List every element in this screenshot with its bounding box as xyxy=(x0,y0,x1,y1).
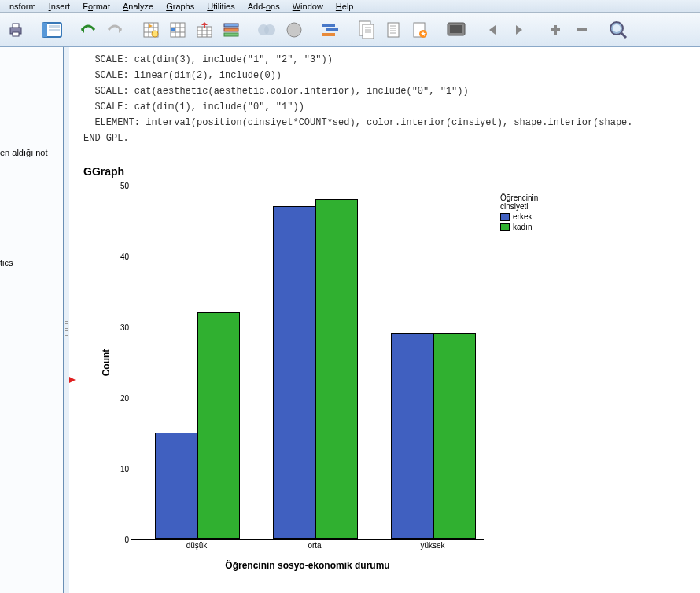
legend-item-kadin: kadın xyxy=(500,223,538,231)
svg-rect-18 xyxy=(322,24,335,27)
legend-item-erkek: erkek xyxy=(500,212,538,221)
bar-yuksek-kadin xyxy=(433,333,476,539)
menu-window[interactable]: Window xyxy=(286,2,330,11)
menu-insert[interactable]: Insert xyxy=(42,2,77,11)
menu-help[interactable]: Help xyxy=(330,2,360,11)
forward-button[interactable] xyxy=(507,17,532,42)
redo-button[interactable] xyxy=(102,17,127,42)
menubar: nsform Insert Format Analyze Graphs Util… xyxy=(0,0,700,13)
menu-insert-rest: nsert xyxy=(51,2,70,11)
splitter[interactable] xyxy=(64,47,69,593)
legend-label-kadin: kadın xyxy=(513,223,532,231)
y-tick-0: 0 xyxy=(110,536,129,544)
svg-rect-10 xyxy=(171,28,175,31)
svg-point-17 xyxy=(287,23,301,37)
legend-label-erkek: erkek xyxy=(513,212,532,221)
menu-analyze[interactable]: Analyze xyxy=(116,2,160,11)
y-axis-ticks: 0 10 20 30 40 50 xyxy=(110,186,129,540)
bar-dusuk-erkek xyxy=(155,433,197,539)
graph-heading: GGraph xyxy=(83,165,700,178)
zoom-in-button[interactable] xyxy=(543,17,568,42)
svg-rect-6 xyxy=(49,29,60,31)
y-tick-2: 20 xyxy=(110,394,129,403)
back-button[interactable] xyxy=(480,17,505,42)
gpl-syntax-block: SCALE: cat(dim(3), include("1", "2", "3"… xyxy=(83,52,700,146)
legend-swatch-blue xyxy=(500,213,510,221)
preview-button[interactable] xyxy=(39,17,64,42)
outline-item-2[interactable]: tics xyxy=(0,258,13,267)
code-line-3: SCALE: cat(aesthetic(aesthetic.color.int… xyxy=(83,86,469,97)
svg-rect-4 xyxy=(42,23,47,37)
plot-area xyxy=(131,186,484,540)
menu-transform[interactable]: nsform xyxy=(3,2,42,11)
svg-point-29 xyxy=(613,24,621,32)
svg-point-8 xyxy=(152,31,158,37)
doc1-button[interactable] xyxy=(354,17,379,42)
doc-star-button[interactable] xyxy=(407,17,433,42)
variables-button[interactable] xyxy=(219,17,244,42)
svg-rect-22 xyxy=(363,24,374,39)
svg-rect-13 xyxy=(224,28,238,31)
screen-button[interactable] xyxy=(444,17,469,42)
code-line-4: SCALE: cat(dim(1), include("0", "1")) xyxy=(83,101,304,112)
svg-rect-2 xyxy=(13,32,19,36)
svg-point-16 xyxy=(264,24,275,35)
menu-format[interactable]: Format xyxy=(76,2,116,11)
svg-rect-20 xyxy=(322,33,335,36)
y-tick-3: 30 xyxy=(110,323,129,332)
code-line-5: ELEMENT: interval(position(cinsiyet*COUN… xyxy=(83,117,633,128)
svg-rect-1 xyxy=(13,24,19,28)
svg-rect-14 xyxy=(224,33,238,36)
y-tick-1: 10 xyxy=(110,465,129,473)
svg-rect-23 xyxy=(388,23,399,37)
search-button[interactable] xyxy=(606,17,631,42)
doc2-button[interactable] xyxy=(381,17,406,42)
x-tick-2: yüksek xyxy=(420,541,444,550)
code-line-6: END GPL. xyxy=(83,133,129,144)
undo-button[interactable] xyxy=(76,17,101,42)
legend: Öğrencinincinsiyeti erkek kadın xyxy=(500,193,538,231)
output-viewer: SCALE: cat(dim(3), include("1", "2", "3"… xyxy=(64,47,700,593)
weight-button[interactable] xyxy=(282,17,307,42)
code-line-1: SCALE: cat(dim(3), include("1", "2", "3"… xyxy=(83,54,333,65)
code-line-2: SCALE: linear(dim(2), include(0)) xyxy=(83,70,282,81)
split-button[interactable] xyxy=(318,17,343,42)
menu-addons[interactable]: Add-ons xyxy=(241,2,286,11)
outline-item-1[interactable]: en aldığı not xyxy=(0,148,48,157)
svg-rect-27 xyxy=(450,25,462,33)
bar-orta-kadin xyxy=(315,199,358,539)
chart[interactable]: Count 0 10 20 30 40 50 xyxy=(83,186,681,579)
toolbar xyxy=(0,13,700,47)
menu-graphs[interactable]: Graphs xyxy=(160,2,201,11)
y-tick-4: 40 xyxy=(110,252,129,261)
legend-swatch-green xyxy=(500,223,510,231)
insert-cases-button[interactable] xyxy=(192,17,217,42)
outline-pane[interactable]: en aldığı not tics xyxy=(0,47,64,593)
svg-rect-5 xyxy=(49,25,60,28)
select-button[interactable] xyxy=(255,17,280,42)
y-tick-5: 50 xyxy=(110,182,129,190)
x-tick-0: düşük xyxy=(186,541,208,550)
goto-variable-button[interactable] xyxy=(165,17,190,42)
x-axis-label: Öğrencinin sosyo-ekonomik durumu xyxy=(131,560,484,571)
x-tick-1: orta xyxy=(308,541,321,550)
svg-rect-19 xyxy=(326,28,338,31)
menu-utilities[interactable]: Utilities xyxy=(201,2,241,11)
print-button[interactable] xyxy=(3,17,28,42)
bar-dusuk-kadin xyxy=(197,312,240,539)
zoom-out-button[interactable] xyxy=(569,17,595,42)
bar-yuksek-erkek xyxy=(391,333,433,539)
goto-data-button[interactable] xyxy=(138,17,164,42)
bar-orta-erkek xyxy=(273,206,315,539)
svg-rect-12 xyxy=(224,24,238,27)
legend-title: Öğrencinincinsiyeti xyxy=(500,193,538,211)
